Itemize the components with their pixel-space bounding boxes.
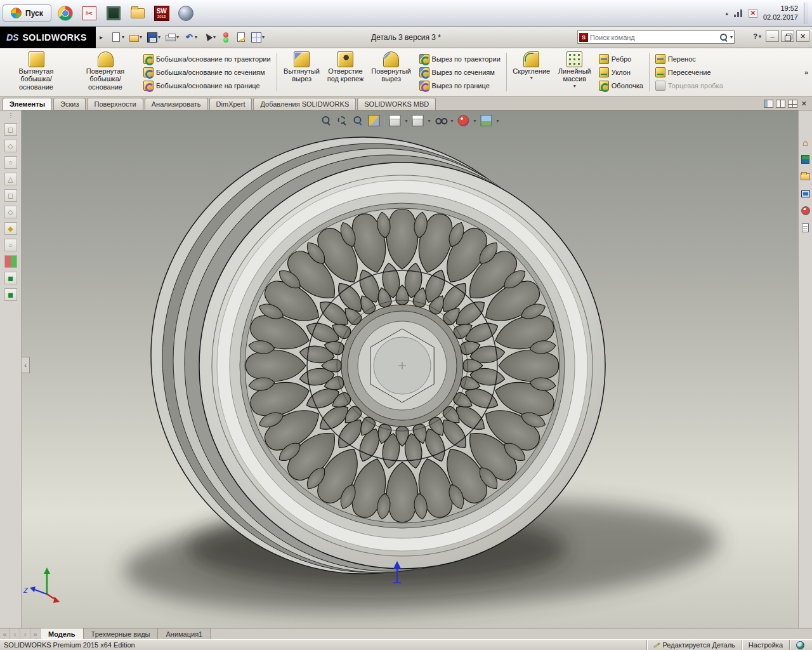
lofted-cut-button[interactable]: Вырез по сечениям <box>417 67 503 78</box>
display-style-chevron[interactable]: ▾ <box>428 118 430 124</box>
taskbar-clock[interactable]: 19:52 02.02.2017 <box>763 4 798 22</box>
tab-evaluate[interactable]: Анализировать <box>145 98 208 110</box>
tab-surfaces[interactable]: Поверхности <box>87 98 143 110</box>
toolbar-drag-handle[interactable] <box>10 112 12 119</box>
file-properties-button[interactable] <box>234 30 248 44</box>
appearances-icon[interactable] <box>801 206 811 216</box>
sketch-toolbar-icon-6[interactable]: ◇ <box>4 206 17 218</box>
hide-show-chevron[interactable]: ▾ <box>450 118 453 124</box>
two-view-icon[interactable] <box>776 100 785 108</box>
revolved-cut-button[interactable]: Повернутый вырез <box>368 50 415 95</box>
hidden-icons-chevron[interactable]: ▴ <box>725 10 728 17</box>
end-cap-button[interactable]: Торцевая пробка <box>653 80 726 91</box>
resources-home-icon[interactable]: ⌂ <box>801 137 811 147</box>
sketch-toolbar-icon-1[interactable]: ◻ <box>4 123 17 136</box>
extruded-cut-button[interactable]: Вытянутый вырез <box>280 50 324 95</box>
close-button[interactable]: ✕ <box>796 30 809 42</box>
file-explorer-icon[interactable] <box>801 171 811 182</box>
snipping-tool-button[interactable]: ✂ <box>79 3 100 23</box>
rib-button[interactable]: Ребро <box>596 53 646 65</box>
tab-features[interactable]: Элементы <box>3 98 52 110</box>
rebuild-button[interactable] <box>219 30 233 44</box>
undo-button[interactable]: ↶▾ <box>182 30 199 44</box>
web-help-segment[interactable] <box>789 640 811 650</box>
search-input[interactable] <box>590 34 717 41</box>
tab-sketch[interactable]: Эскиз <box>53 98 86 110</box>
save-button[interactable]: ▾ <box>145 30 162 44</box>
ribbon-overflow-chevron[interactable]: » <box>804 69 808 76</box>
command-search-box[interactable]: S ▾ <box>577 30 735 44</box>
sketch-toolbar-icon-8[interactable]: ○ <box>4 239 17 251</box>
design-library-icon[interactable] <box>801 154 811 164</box>
sketch-toolbar-icon-9[interactable] <box>4 255 17 268</box>
tab-addins[interactable]: Добавления SOLIDWORKS <box>253 98 356 110</box>
lofted-boss-button[interactable]: Бобышка/основание по сечениям <box>141 67 273 78</box>
search-icon[interactable] <box>719 33 728 42</box>
customize-status[interactable]: Настройка <box>742 640 789 650</box>
sketch-toolbar-icon-10[interactable]: ◼ <box>4 272 17 284</box>
view-palette-icon[interactable] <box>801 189 811 199</box>
print-button[interactable]: ▾ <box>164 31 181 43</box>
sketch-toolbar-icon-2[interactable]: ◇ <box>4 140 17 152</box>
hide-show-items-icon[interactable] <box>435 115 446 126</box>
help-button[interactable]: ?▾ <box>750 32 764 41</box>
media-app-button[interactable] <box>176 3 196 23</box>
previous-view-icon[interactable] <box>352 115 363 126</box>
fillet-button[interactable]: Скругление ▾ <box>510 50 553 95</box>
sketch-toolbar-icon-11[interactable]: ◼ <box>4 288 17 301</box>
zoom-fit-icon[interactable] <box>320 115 332 126</box>
featuremanager-flyout-handle[interactable]: ‹ <box>22 357 30 373</box>
display-style-icon[interactable] <box>412 115 423 126</box>
menu-flyout-arrow[interactable]: ▸ <box>98 34 104 41</box>
select-button[interactable]: ▾ <box>200 30 218 44</box>
swept-boss-button[interactable]: Бобышка/основание по траектории <box>141 53 273 65</box>
sketch-toolbar-icon-5[interactable]: ◻ <box>4 189 17 202</box>
zoom-area-icon[interactable] <box>336 115 348 126</box>
section-view-icon[interactable] <box>368 115 379 126</box>
revolved-boss-button[interactable]: Повернутая бобышка/основание <box>72 50 139 95</box>
view-orientation-icon[interactable] <box>389 115 400 126</box>
sketch-toolbar-icon-4[interactable]: △ <box>4 173 17 185</box>
show-desktop-button[interactable] <box>804 3 808 24</box>
tab-mbd[interactable]: SOLIDWORKS MBD <box>357 98 436 110</box>
boundary-cut-button[interactable]: Вырез по границе <box>417 80 503 91</box>
sketch-toolbar-icon-7[interactable]: ◆ <box>4 222 17 235</box>
next-tab-button[interactable]: › <box>20 628 30 639</box>
four-view-icon[interactable] <box>788 100 797 108</box>
network-signal-icon[interactable] <box>734 10 743 17</box>
sketch-toolbar-icon-3[interactable]: ○ <box>4 156 17 169</box>
draft-button[interactable]: Уклон <box>596 67 646 78</box>
search-options-chevron[interactable]: ▾ <box>730 34 733 40</box>
apply-scene-icon[interactable] <box>481 115 492 126</box>
solidworks-taskbar-button[interactable]: SW2015 <box>152 3 172 23</box>
start-button[interactable]: Пуск <box>3 4 51 22</box>
single-view-icon[interactable] <box>764 100 773 108</box>
graphics-area[interactable]: #petal-ring use, #tip-ring use, #dia-rin… <box>22 110 798 628</box>
swept-cut-button[interactable]: Вырез по траектории <box>417 53 503 65</box>
extruded-boss-button[interactable]: Вытянутая бобышка/основание <box>3 50 70 95</box>
tab-dimxpert[interactable]: DimXpert <box>209 98 252 110</box>
new-document-button[interactable]: ▾ <box>109 30 126 44</box>
tab-animation1[interactable]: Анимация1 <box>158 628 211 639</box>
close-pane-icon[interactable]: ✕ <box>800 100 808 108</box>
chrome-taskbar-button[interactable] <box>55 3 75 23</box>
file-manager-button[interactable] <box>128 3 148 23</box>
edit-appearance-icon[interactable] <box>458 115 469 126</box>
alert-flag-icon[interactable]: ✕ <box>749 9 757 18</box>
intersect-button[interactable]: Пересечение <box>653 67 726 78</box>
hole-wizard-button[interactable]: Отверстие под крепеж <box>325 50 366 95</box>
tab-3d-views[interactable]: Трехмерные виды <box>84 628 159 639</box>
options-button[interactable]: ▾ <box>249 30 266 44</box>
first-tab-button[interactable]: « <box>0 628 10 639</box>
open-button[interactable]: ▾ <box>128 31 144 44</box>
prev-tab-button[interactable]: ‹ <box>10 628 20 639</box>
shell-button[interactable]: Оболочка <box>596 80 646 91</box>
tab-model[interactable]: Модель <box>41 628 84 639</box>
scene-chevron[interactable]: ▾ <box>497 118 499 124</box>
minimize-button[interactable]: – <box>766 30 779 42</box>
restore-button[interactable] <box>781 30 794 42</box>
linear-pattern-button[interactable]: Линейный массив ▾ <box>555 50 594 95</box>
last-tab-button[interactable]: » <box>30 628 41 639</box>
circuit-app-button[interactable] <box>103 3 124 23</box>
custom-properties-icon[interactable] <box>801 223 811 233</box>
